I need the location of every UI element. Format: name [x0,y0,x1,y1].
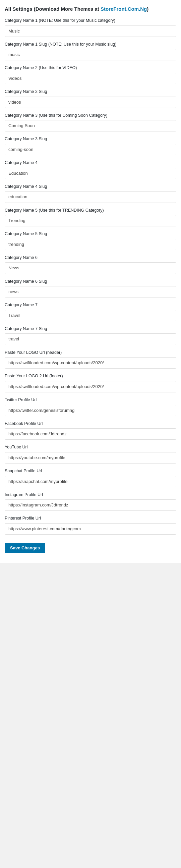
field-label-cat-slug-5: Category Name 5 Slug [5,231,176,237]
field-input-cat-name-5[interactable] [5,215,176,226]
field-input-logo-url-header[interactable] [5,357,176,369]
settings-page: All Settings (Download More Themes at St… [0,0,181,563]
field-group-youtube-url: YouTube Url [5,444,176,464]
field-label-pinterest-url: Pinterest Profile Url [5,516,176,522]
field-group-logo-url-header: Paste Your LOGO Url (header) [5,350,176,369]
field-group-cat-slug-3: Category Name 3 Slug [5,136,176,155]
field-group-cat-name-4: Category Name 4 [5,160,176,179]
field-group-cat-slug-2: Category Name 2 Slug [5,89,176,108]
field-label-cat-slug-6: Category Name 6 Slug [5,279,176,285]
field-label-twitter-url: Twitter Profile Url [5,397,176,403]
field-label-cat-slug-4: Category Name 4 Slug [5,184,176,190]
field-input-cat-name-7[interactable] [5,310,176,321]
field-group-cat-name-2: Category Name 2 (Use this for VIDEO) [5,65,176,84]
field-input-snapchat-url[interactable] [5,476,176,487]
field-group-cat-name-1: Category Name 1 (NOTE: Use this for your… [5,18,176,37]
field-input-instagram-url[interactable] [5,499,176,511]
field-input-cat-slug-2[interactable] [5,97,176,108]
field-input-cat-slug-4[interactable] [5,191,176,203]
field-label-cat-name-2: Category Name 2 (Use this for VIDEO) [5,65,176,71]
field-group-cat-name-3: Category Name 3 (Use this for Coming Soo… [5,113,176,132]
field-label-cat-name-3: Category Name 3 (Use this for Coming Soo… [5,113,176,119]
field-input-cat-slug-3[interactable] [5,144,176,155]
field-label-cat-name-6: Category Name 6 [5,255,176,261]
field-group-cat-name-5: Category Name 5 (Use this for TRENDING C… [5,208,176,227]
field-group-snapchat-url: Snapchat Profile Url [5,468,176,487]
field-label-snapchat-url: Snapchat Profile Url [5,468,176,474]
field-group-cat-slug-1: Category Name 1 Slug (NOTE: Use this for… [5,41,176,61]
field-label-instagram-url: Instagram Profile Url [5,492,176,498]
field-input-cat-name-6[interactable] [5,262,176,274]
field-input-youtube-url[interactable] [5,452,176,464]
field-label-cat-slug-2: Category Name 2 Slug [5,89,176,95]
field-label-cat-slug-3: Category Name 3 Slug [5,136,176,142]
field-label-logo-url-footer: Paste Your LOGO 2 Url (footer) [5,373,176,379]
field-input-cat-name-3[interactable] [5,120,176,131]
field-group-cat-slug-5: Category Name 5 Slug [5,231,176,250]
field-input-cat-name-1[interactable] [5,26,176,37]
field-group-cat-name-7: Category Name 7 [5,302,176,321]
field-label-logo-url-header: Paste Your LOGO Url (header) [5,350,176,356]
field-input-pinterest-url[interactable] [5,523,176,535]
field-input-cat-name-4[interactable] [5,168,176,179]
field-label-cat-name-5: Category Name 5 (Use this for TRENDING C… [5,208,176,214]
fields-container: Category Name 1 (NOTE: Use this for your… [5,18,176,535]
field-group-cat-slug-7: Category Name 7 Slug [5,326,176,345]
field-group-cat-slug-6: Category Name 6 Slug [5,279,176,298]
field-input-twitter-url[interactable] [5,405,176,416]
field-input-cat-slug-6[interactable] [5,286,176,298]
field-label-cat-slug-7: Category Name 7 Slug [5,326,176,332]
field-group-cat-slug-4: Category Name 4 Slug [5,184,176,203]
field-input-cat-name-2[interactable] [5,73,176,84]
storefront-link[interactable]: StoreFront.Com.Ng [100,6,147,12]
field-input-cat-slug-7[interactable] [5,333,176,345]
field-input-cat-slug-1[interactable] [5,49,176,60]
field-group-cat-name-6: Category Name 6 [5,255,176,274]
field-label-cat-name-7: Category Name 7 [5,302,176,308]
field-label-cat-name-4: Category Name 4 [5,160,176,166]
field-label-cat-slug-1: Category Name 1 Slug (NOTE: Use this for… [5,41,176,48]
field-input-facebook-url[interactable] [5,428,176,440]
field-label-cat-name-1: Category Name 1 (NOTE: Use this for your… [5,18,176,24]
field-input-logo-url-footer[interactable] [5,381,176,393]
field-label-youtube-url: YouTube Url [5,444,176,451]
field-input-cat-slug-5[interactable] [5,239,176,250]
field-group-facebook-url: Facebook Profile Url [5,421,176,440]
field-group-instagram-url: Instagram Profile Url [5,492,176,511]
field-group-twitter-url: Twitter Profile Url [5,397,176,416]
page-title: All Settings (Download More Themes at St… [5,5,176,12]
field-label-facebook-url: Facebook Profile Url [5,421,176,427]
field-group-logo-url-footer: Paste Your LOGO 2 Url (footer) [5,373,176,393]
field-group-pinterest-url: Pinterest Profile Url [5,516,176,535]
save-changes-button[interactable]: Save Changes [5,542,45,553]
